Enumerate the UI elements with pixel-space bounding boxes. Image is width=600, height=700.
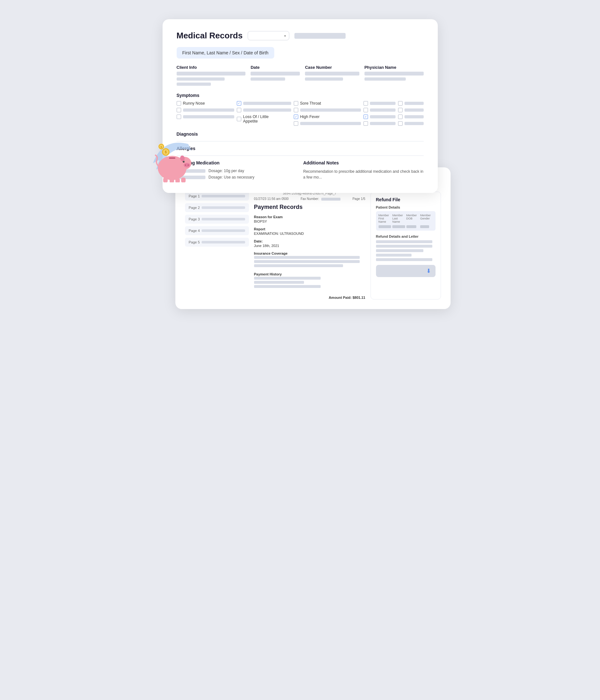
rd-bar-1 [376,240,433,243]
dropdown-wrapper[interactable]: ▾ [248,31,289,40]
symptom-bar-col2-2 [243,108,291,111]
symptom-sore-throat: Sore Throat [294,101,361,106]
rd-bar-4 [376,254,412,256]
symptom-col5-3 [398,115,424,119]
download-button[interactable]: ⬇ [376,265,435,277]
bar-col4-3 [370,115,396,118]
checkbox-col4-3[interactable] [364,115,368,119]
amount-paid: Amount Paid: $801.11 [254,296,366,299]
med-notes-row: Ongoing Medication Dosage: 10g per day D… [177,160,424,181]
pd-col-dob: Member DOB [406,214,419,223]
rd-bar-2 [376,245,433,248]
date-section: Date: June 18th, 2021 [254,239,366,248]
additional-notes-text: Recommendation to prescribe additional m… [303,169,424,180]
diagnosis-title: Diagnosis [177,131,424,136]
symptom-runny-nose: Runny Nose [177,101,234,106]
symptoms-col3: Sore Throat High Fever [294,101,361,126]
page-item-3[interactable]: Page 3 [185,215,249,224]
symptom-loss-appetite: Loss Of / LittleAppetite [237,115,291,124]
payment-history-section: Payment History [254,272,366,289]
symptom-col1-3 [177,115,234,119]
checkbox-high-fever[interactable] [294,115,298,119]
page-4-bar [202,229,245,232]
medical-title: Medical Records [177,31,243,41]
date-col: Date [251,65,300,86]
page-item-4[interactable]: Page 4 [185,226,249,235]
pd-col-firstname: Member First Name [379,214,391,223]
case-bar1 [305,72,359,75]
doc-date-label: Date: [254,239,366,243]
allergies-section: Allergies [177,146,424,156]
bar-col4-2 [370,108,396,111]
medical-header: Medical Records ▾ [177,31,424,41]
medical-records-card: Medical Records ▾ First Name, Last Name … [162,19,438,193]
svg-rect-12 [169,157,175,159]
physician-name-col: Physician Name [365,65,424,86]
symptom-col4-1 [364,101,396,106]
checkbox-col5-2[interactable] [398,108,403,112]
svg-point-4 [188,165,189,166]
reason-label: Reason for Exam [254,215,366,219]
checkbox-loss-appetite[interactable] [237,117,241,121]
symptoms-section: Symptoms Runny Nose [177,93,424,126]
doc-center: 385472059jg-4l89hb-2hds7n_Page_7 01/27/2… [254,192,366,299]
refund-panel: Refund File Patient Details Member First… [371,192,441,299]
additional-notes-section: Additional Notes Recommendation to presc… [303,160,424,181]
payment-history-bar-2 [254,281,304,284]
report-section: Report EXAMINATION: ULTRASOUND [254,227,366,235]
med-dosage-2: Dosage: Use as necessary [209,175,254,179]
symptom-high-fever-label: High Fever [300,115,320,119]
symptom-bar-col3-2 [300,108,361,111]
bar-col4-1 [370,102,396,105]
checkbox-col5-1[interactable] [398,101,403,106]
page-wrapper: $ $ Medical Records ▾ First Name, Last N… [150,19,451,309]
checkbox-col3-2[interactable] [294,108,298,112]
symptom-bar-col1-2 [183,108,234,111]
checkbox-col4-1[interactable] [364,101,368,106]
page-item-2[interactable]: Page 2 [185,203,249,212]
svg-point-2 [184,163,190,167]
refund-details-bars [376,240,435,261]
page-2-label: Page 2 [189,206,200,209]
page-2-bar [202,206,245,209]
checkbox-col5-3[interactable] [398,115,403,119]
patient-banner: First Name, Last Name / Sex / Date of Bi… [177,47,274,58]
page-list: Page 1 Page 2 Page 3 Page 4 Page 5 [185,192,249,299]
checkbox-col5-4[interactable] [398,121,403,126]
doc-fax-label: Fax Number: [300,197,341,201]
svg-rect-8 [163,178,168,182]
page-item-1[interactable]: Page 1 [185,192,249,201]
patient-details-grid: Member First Name Member Last Name Membe… [376,211,435,231]
checkbox-col4-2[interactable] [364,108,368,112]
client-info-bar1 [177,72,246,75]
checkbox-col2-2[interactable] [237,108,241,112]
checkbox-runny-nose[interactable] [177,101,181,106]
doc-datetime: 01/27/23 11:56 am 0500 [254,197,289,201]
svg-rect-11 [181,178,185,182]
checkbox-sore-throat[interactable] [294,101,298,106]
pd-bar-2 [392,225,405,228]
payment-history-bar-3 [254,285,321,288]
page-3-bar [202,218,245,220]
date-bar2 [251,77,285,81]
page-5-label: Page 5 [189,240,200,244]
page-5-bar [202,241,245,244]
checkbox-col3-4[interactable] [294,121,298,126]
reason-section: Reason for Exam BIOPSY [254,215,366,223]
checkbox-col4-4[interactable] [364,121,368,126]
symptom-col4-4 [364,121,396,126]
header-grey-bar [294,33,346,39]
symptom-col5-2 [398,108,424,112]
payment-history-label: Payment History [254,272,366,276]
record-dropdown[interactable] [248,31,289,40]
svg-text:$: $ [160,146,162,148]
svg-rect-9 [170,178,174,182]
pd-bar-4 [420,225,429,228]
symptom-col4-2 [364,108,396,112]
client-info-bar3 [177,82,211,86]
checkbox-col2-1[interactable] [237,101,241,106]
page-item-5[interactable]: Page 5 [185,238,249,247]
checkbox-col1-2[interactable] [177,108,181,112]
checkbox-col1-3[interactable] [177,115,181,119]
insurance-section: Insurance Coverage [254,251,366,269]
